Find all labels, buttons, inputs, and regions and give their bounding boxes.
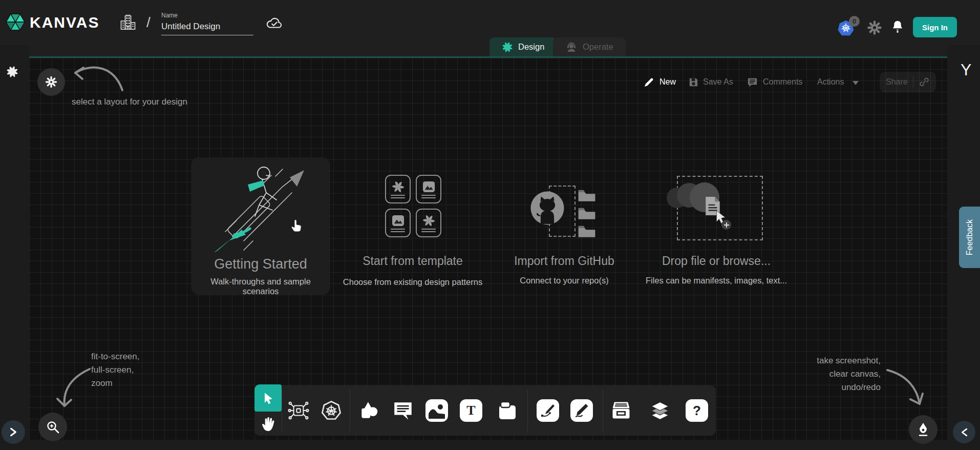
kanvas-logo-icon[interactable] [5,12,26,32]
save-as-floppy-icon[interactable] [688,76,699,88]
image-tool[interactable] [425,399,448,422]
expand-left-panel-button[interactable] [2,420,25,444]
breadcrumb-separator: / [146,14,151,31]
tab-design[interactable]: Design [489,37,557,56]
share-link-icon [919,76,930,88]
kubernetes-tool[interactable] [320,399,343,422]
github-card-title[interactable]: Import from GitHub [487,254,641,268]
github-card-subtitle: Connect to your repo(s) [487,276,641,285]
text-tool[interactable]: T [460,399,482,422]
notifications-bell-icon[interactable] [891,19,904,35]
image-icon [428,402,445,419]
rocket-sketch-illustration [206,164,318,252]
drawer-tool[interactable] [610,399,632,422]
tab-operate[interactable]: Operate [553,37,626,56]
brand-name: KANVAS [30,14,99,31]
dock-divider [603,390,603,432]
collab-y-icon: Y [961,60,971,79]
chevron-right-icon [10,427,17,437]
drop-card-title[interactable]: Drop file or browse... [640,254,793,268]
tab-operate-label: Operate [583,42,613,52]
pencil-tool[interactable] [570,399,593,422]
tools-dock: T [254,385,716,436]
circuit-icon [288,400,309,421]
help-tool[interactable]: ? [686,399,708,422]
notes-tool[interactable] [496,399,519,422]
pan-tool-button[interactable] [259,413,278,434]
zoom-button[interactable] [38,413,67,441]
kanvas-app: KANVAS / Name [0,0,980,450]
notifications-count-badge: 0 [849,16,860,27]
pen-bezier-icon [540,403,556,418]
organization-building-icon[interactable] [119,13,137,32]
template-spiral-icon [392,180,404,193]
pen-tool[interactable] [537,399,559,422]
left-edge-strip [0,45,29,450]
dock-divider [350,390,350,432]
comments-button[interactable]: Comments [763,77,802,87]
template-image-icon [422,180,435,193]
template-image-icon [392,214,404,227]
screenshot-hint-text: take screenshot, clear canvas, undo/redo [778,354,881,394]
layout-hint-arrow [69,57,125,96]
getting-started-title: Getting Started [191,256,330,272]
actions-menu[interactable]: Actions [817,77,844,87]
repo-folder-icon [578,189,596,202]
share-button[interactable]: Share [880,72,936,92]
shapes-icon [358,400,380,421]
cloud-saved-icon [265,15,284,30]
template-spiral-icon [422,214,435,227]
actions-caret-icon [853,81,859,85]
new-button[interactable]: New [659,77,676,87]
template-tile-image[interactable] [385,209,411,237]
notes-icon [497,400,518,421]
comments-bubble-icon[interactable] [747,76,758,88]
repo-folder-icon [578,207,596,220]
drop-card-subtitle: Files can be manifests, images, text... [634,276,798,285]
pen-nib-icon [917,422,930,437]
repo-folder-icon [578,224,596,238]
shapes-tool[interactable] [358,399,380,422]
comment-icon [392,400,414,421]
share-divider [913,76,913,88]
card-getting-started[interactable]: Getting Started Walk-throughs and sample… [191,158,330,294]
sparkle-asterisk-icon [45,76,57,88]
hand-cursor-icon [290,218,303,235]
tab-design-label: Design [518,42,544,52]
layout-sparkle-button[interactable] [37,68,65,96]
chevron-left-icon [961,428,968,437]
layers-icon [649,400,671,421]
collapse-right-panel-button[interactable] [953,421,975,443]
select-cursor-icon [261,391,275,405]
save-as-button[interactable]: Save As [703,77,733,87]
text-tool-glyph: T [466,403,475,418]
template-tile-spiral[interactable] [416,209,441,237]
zoom-hint-arrow [49,365,92,412]
template-tile-spiral[interactable] [385,175,411,203]
layers-tool[interactable] [649,399,671,422]
meshery-spiral-icon[interactable] [6,66,18,78]
template-tile-image[interactable] [416,175,441,203]
design-name-input[interactable] [161,21,253,35]
select-tool-button[interactable] [254,384,282,412]
kubernetes-wheel-icon [320,399,343,422]
settings-gear-icon[interactable] [867,21,882,35]
feedback-label: Feedback [965,219,974,255]
template-card-subtitle: Choose from existing design patterns [336,277,489,287]
screenshot-hint-arrow [883,365,929,408]
components-circuit-tool[interactable] [287,399,310,422]
magnifier-plus-icon [46,420,60,434]
sign-in-button[interactable]: Sign In [913,17,957,37]
comment-tool[interactable] [392,399,414,422]
help-tool-glyph: ? [693,403,701,419]
new-pencil-icon[interactable] [643,76,655,88]
template-card-title[interactable]: Start from template [336,254,489,268]
hand-pan-icon [261,415,276,432]
bottom-edge-strip [29,438,947,450]
feedback-tab[interactable]: Feedback [959,207,980,268]
dock-divider [282,390,282,432]
github-octocat-icon[interactable] [529,190,565,226]
template-tiles[interactable] [385,175,442,237]
pen-actions-button[interactable] [909,415,938,444]
share-label: Share [886,77,908,87]
